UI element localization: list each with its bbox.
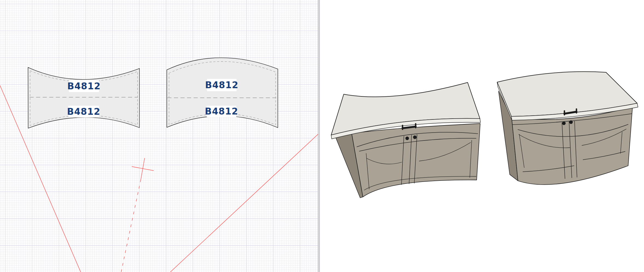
cabinet-label-text: B4812 [205,80,238,90]
door-knob [406,137,409,140]
cabinet-label-text: B4812 [67,106,100,117]
cabinet-plan-shape-convex[interactable] [167,58,278,128]
cabinet-label[interactable]: B4812 [207,106,236,117]
cabinet-label-text: B4812 [67,81,101,91]
cabinet-label-text: B4812 [205,106,238,117]
door-knob [562,122,566,125]
construction-line-right[interactable] [170,134,318,272]
cabinet-label[interactable]: B4812 [69,80,99,92]
door-knob [413,136,417,139]
cabinet-plan-shape-concave[interactable] [28,67,140,128]
cabinet-3d-convex[interactable] [497,72,638,185]
view-3d-viewport[interactable]: Z [320,0,644,272]
door-knob [569,121,573,124]
cabinet-label[interactable]: B4812 [207,79,237,91]
plan-view-viewport[interactable]: B4812 B4812 B4812 B4812 [0,0,318,272]
construction-line-dashed[interactable] [121,179,141,272]
cabinet-plan-outline[interactable] [28,67,140,128]
view-3d-canvas: Z [320,0,644,272]
cabinet-3d-concave[interactable] [331,82,480,198]
app-window: B4812 B4812 B4812 B4812 [0,0,644,272]
plan-canvas [0,0,318,272]
cabinet-plan-outline[interactable] [167,58,278,128]
cabinet-label[interactable]: B4812 [68,106,99,118]
